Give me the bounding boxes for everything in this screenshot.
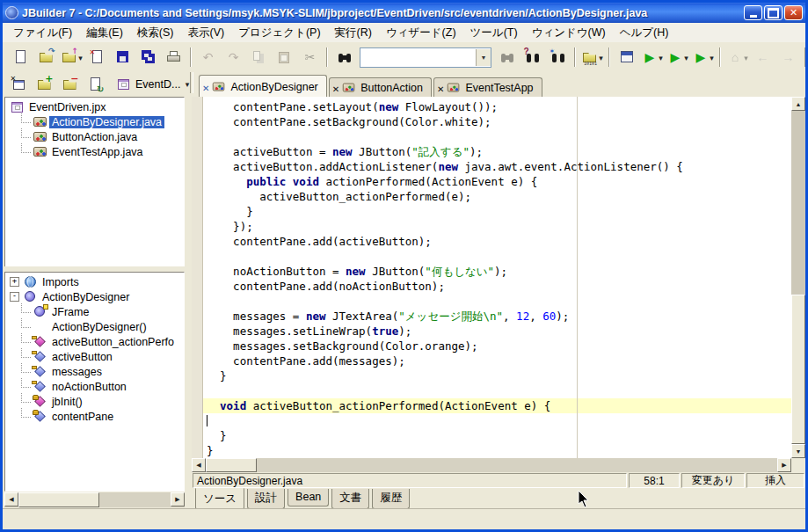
tree-item-EventDriven.jpx[interactable]: EventDriven.jpx <box>5 99 184 114</box>
close-tab-icon[interactable] <box>332 80 339 96</box>
code-area[interactable]: contentPane.setLayout(new FlowLayout());… <box>192 97 791 458</box>
editor-vertical-scrollbar[interactable] <box>791 97 805 458</box>
code-line[interactable]: activeButton_actionPerformed(e); <box>203 189 791 204</box>
scroll-left-button[interactable] <box>192 458 206 472</box>
new-file-button[interactable] <box>8 46 33 69</box>
close-button[interactable] <box>784 5 803 20</box>
code-line[interactable]: } <box>203 204 791 219</box>
tree-item-ButtonAction.java[interactable]: ButtonAction.java <box>5 129 184 144</box>
code-line[interactable] <box>203 249 791 264</box>
view-tab-bean[interactable]: Bean <box>288 489 329 506</box>
close-tab-icon[interactable] <box>437 80 444 96</box>
code-line[interactable]: contentPane.add(messages); <box>203 353 791 368</box>
menu-edit[interactable]: 編集(E) <box>79 24 130 42</box>
find-references-button[interactable] <box>545 46 571 69</box>
search-again-button[interactable] <box>494 46 520 69</box>
code-line[interactable]: activeButton = new JButton("記入する"); <box>203 144 791 159</box>
editor-horizontal-scrollbar[interactable] <box>192 458 791 472</box>
project-selector[interactable]: EventD... <box>113 75 193 94</box>
code-line[interactable] <box>203 383 791 398</box>
code-line[interactable] <box>203 413 791 428</box>
undo-button[interactable]: ↶ <box>195 46 221 69</box>
tree-item-jbInit()[interactable]: jbInit() <box>5 394 184 409</box>
tree-item-noActionButton[interactable]: noActionButton <box>5 379 184 394</box>
save-button[interactable] <box>110 46 135 69</box>
paste-button[interactable] <box>272 46 297 69</box>
search-dropdown-button[interactable] <box>476 49 491 66</box>
profile-button[interactable]: ▶ <box>690 46 716 69</box>
menu-wizards[interactable]: ウィザード(Z) <box>379 24 463 42</box>
save-all-button[interactable] <box>135 46 161 69</box>
close-tab-icon[interactable] <box>202 79 209 95</box>
menu-help[interactable]: ヘルプ(H) <box>613 24 676 42</box>
view-tab-source[interactable]: ソース <box>195 488 244 510</box>
expand-icon[interactable]: + <box>10 277 19 287</box>
debug-button[interactable]: ▶ <box>665 46 690 69</box>
scroll-right-button[interactable] <box>777 458 791 472</box>
maximize-button[interactable] <box>764 5 783 20</box>
file-tab-EventTestApp[interactable]: EventTestApp <box>433 77 542 97</box>
add-node-button[interactable] <box>32 73 57 97</box>
code-line[interactable]: contentPane.add(activeButton); <box>203 234 791 249</box>
scroll-right-button[interactable] <box>171 492 185 506</box>
code-line[interactable]: messages.setLineWrap(true); <box>203 324 791 339</box>
run-button[interactable]: ▶ <box>639 46 665 69</box>
scroll-down-button[interactable] <box>791 444 805 458</box>
file-tab-ButtonAction[interactable]: ButtonAction <box>329 77 432 97</box>
structure-horizontal-scrollbar[interactable] <box>4 492 185 507</box>
tree-item-ActionByDesigner[interactable]: -ActionByDesigner <box>5 289 184 304</box>
tree-item-activeButton_actionPerfo[interactable]: activeButton_actionPerfo <box>5 334 184 349</box>
tree-item-activeButton[interactable]: activeButton <box>5 349 184 364</box>
scrollbar-thumb[interactable] <box>18 492 99 507</box>
code-line[interactable] <box>203 129 791 144</box>
code-line[interactable]: contentPane.add(noActionButton); <box>203 279 791 294</box>
make-button[interactable] <box>579 46 605 69</box>
close-project-button[interactable] <box>6 73 32 97</box>
close-file-button[interactable] <box>84 46 110 69</box>
tree-item-ActionByDesigner.java[interactable]: ActionByDesigner.java <box>5 114 184 129</box>
find-button[interactable] <box>331 46 357 69</box>
menu-view[interactable]: 表示(V) <box>180 24 231 42</box>
code-line[interactable]: messages.setBackground(Color.orange); <box>203 339 791 353</box>
tree-item-ActionByDesigner()[interactable]: ActionByDesigner() <box>5 319 184 334</box>
build-button[interactable] <box>614 46 639 69</box>
menu-tools[interactable]: ツール(T) <box>463 24 525 42</box>
code-line[interactable]: }); <box>203 219 791 234</box>
code-line[interactable]: } <box>203 368 791 383</box>
code-line[interactable]: } <box>203 443 791 458</box>
code-line[interactable]: activeButton.addActionListener(new java.… <box>203 159 791 174</box>
menu-file[interactable]: ファイル(F) <box>6 24 79 42</box>
file-tab-ActionByDesigner[interactable]: ActionByDesigner <box>199 75 327 97</box>
code-line[interactable]: noActionButton = new JButton("何もしない"); <box>203 264 791 279</box>
code-lines[interactable]: contentPane.setLayout(new FlowLayout());… <box>203 97 791 458</box>
code-line[interactable]: contentPane.setBackground(Color.white); <box>203 114 791 129</box>
tree-item-Imports[interactable]: +Imports <box>5 274 184 289</box>
back-button[interactable]: ← <box>750 46 775 69</box>
tree-item-contentPane[interactable]: contentPane <box>5 409 184 424</box>
print-button[interactable] <box>161 46 186 69</box>
scroll-up-button[interactable] <box>791 97 805 111</box>
collapse-icon[interactable]: - <box>10 292 19 302</box>
code-line[interactable]: public void actionPerformed(ActionEvent … <box>203 174 791 189</box>
scrollbar-thumb[interactable] <box>206 458 257 472</box>
view-tab-history[interactable]: 履歴 <box>372 489 410 509</box>
code-line[interactable] <box>203 294 791 309</box>
menu-project[interactable]: プロジェクト(P) <box>231 24 327 42</box>
forward-button[interactable]: → <box>775 46 801 69</box>
code-line[interactable]: void activeButton_actionPerformed(Action… <box>203 398 791 413</box>
tree-item-messages[interactable]: messages <box>5 364 184 379</box>
home-button[interactable]: ⌂ <box>724 46 750 69</box>
menu-search[interactable]: 検索(S) <box>130 24 181 42</box>
code-line[interactable]: messages = new JTextArea("メッセージ開始\n", 12… <box>203 309 791 324</box>
menu-window[interactable]: ウィンドウ(W) <box>525 24 613 42</box>
remove-node-button[interactable] <box>57 73 83 97</box>
search-input[interactable] <box>360 49 476 66</box>
tree-item-JFrame[interactable]: JFrame <box>5 304 184 319</box>
scrollbar-thumb[interactable] <box>791 295 805 444</box>
code-line[interactable]: contentPane.setLayout(new FlowLayout()); <box>203 99 791 114</box>
scroll-left-button[interactable] <box>4 492 18 506</box>
open-file-button[interactable] <box>33 46 59 69</box>
minimize-button[interactable] <box>744 5 762 20</box>
menu-run[interactable]: 実行(R) <box>328 24 379 42</box>
code-line[interactable]: } <box>203 428 791 443</box>
